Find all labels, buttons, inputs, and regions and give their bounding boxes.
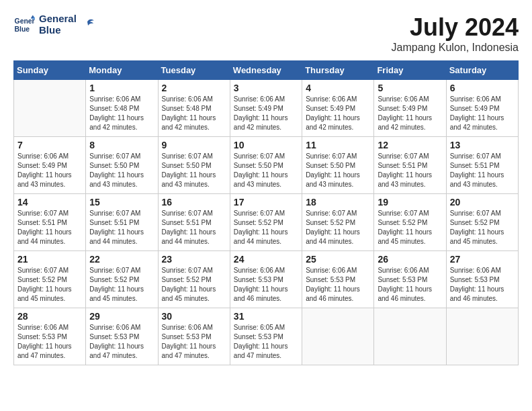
sunrise-text: Sunrise: 6:06 AM (89, 95, 140, 103)
calendar-cell: 18Sunrise: 6:07 AMSunset: 5:52 PMDayligh… (302, 194, 374, 251)
sunset-text: Sunset: 5:53 PM (17, 333, 67, 340)
day-number: 1 (89, 83, 154, 93)
sunrise-text: Sunrise: 6:07 AM (450, 210, 501, 217)
calendar-cell: 21Sunrise: 6:07 AMSunset: 5:52 PMDayligh… (14, 251, 86, 308)
sunset-text: Sunset: 5:51 PM (450, 162, 500, 169)
sunset-text: Sunset: 5:52 PM (450, 219, 500, 226)
daylight-minutes: and 44 minutes. (234, 238, 281, 245)
cell-sun-info: Sunrise: 6:06 AMSunset: 5:53 PMDaylight:… (162, 323, 226, 361)
day-number: 20 (450, 197, 515, 208)
calendar-cell: 5Sunrise: 6:06 AMSunset: 5:49 PMDaylight… (374, 80, 446, 137)
weekday-header-thursday: Thursday (302, 61, 374, 80)
cell-sun-info: Sunrise: 6:06 AMSunset: 5:49 PMDaylight:… (378, 95, 442, 132)
sunset-text: Sunset: 5:52 PM (17, 276, 67, 283)
sunrise-text: Sunrise: 6:07 AM (17, 267, 69, 274)
calendar-cell: 19Sunrise: 6:07 AMSunset: 5:52 PMDayligh… (374, 194, 446, 251)
cell-sun-info: Sunrise: 6:07 AMSunset: 5:50 PMDaylight:… (234, 152, 298, 189)
day-number: 17 (234, 197, 298, 208)
month-year-title: July 2024 (392, 13, 519, 42)
calendar-cell: 2Sunrise: 6:06 AMSunset: 5:48 PMDaylight… (158, 80, 230, 137)
day-number: 12 (378, 140, 442, 150)
daylight-minutes: and 44 minutes. (89, 238, 137, 245)
logo: General Blue General Blue (13, 13, 95, 36)
sunset-text: Sunset: 5:53 PM (89, 333, 139, 340)
day-number: 4 (306, 83, 370, 93)
daylight-minutes: and 42 minutes. (378, 124, 425, 131)
daylight-text: Daylight: 11 hours (450, 285, 504, 293)
day-number: 22 (89, 254, 154, 265)
daylight-text: Daylight: 11 hours (450, 228, 504, 236)
sunset-text: Sunset: 5:52 PM (306, 219, 355, 226)
logo-text-line1: General (39, 13, 77, 25)
cell-sun-info: Sunrise: 6:07 AMSunset: 5:51 PMDaylight:… (17, 209, 82, 246)
daylight-minutes: and 42 minutes. (450, 124, 498, 131)
calendar-cell: 12Sunrise: 6:07 AMSunset: 5:51 PMDayligh… (374, 137, 446, 194)
cell-sun-info: Sunrise: 6:07 AMSunset: 5:52 PMDaylight:… (162, 266, 226, 304)
daylight-text: Daylight: 11 hours (306, 285, 360, 293)
day-number: 11 (306, 140, 370, 150)
cell-sun-info: Sunrise: 6:07 AMSunset: 5:51 PMDaylight:… (450, 152, 515, 189)
daylight-minutes: and 43 minutes. (89, 181, 137, 188)
weekday-header-monday: Monday (86, 61, 158, 80)
title-area: July 2024 Jampang Kulon, Indonesia (392, 13, 519, 54)
sunset-text: Sunset: 5:48 PM (89, 105, 139, 112)
cell-sun-info: Sunrise: 6:06 AMSunset: 5:53 PMDaylight:… (306, 266, 370, 304)
daylight-text: Daylight: 11 hours (234, 171, 288, 179)
weekday-header-sunday: Sunday (14, 61, 86, 80)
calendar-cell: 1Sunrise: 6:06 AMSunset: 5:48 PMDaylight… (86, 80, 158, 137)
sunrise-text: Sunrise: 6:07 AM (378, 152, 429, 160)
sunrise-text: Sunrise: 6:06 AM (306, 95, 357, 103)
cell-sun-info: Sunrise: 6:07 AMSunset: 5:51 PMDaylight:… (378, 152, 442, 189)
sunrise-text: Sunrise: 6:07 AM (17, 210, 69, 217)
svg-text:Blue: Blue (15, 25, 30, 32)
sunrise-text: Sunrise: 6:06 AM (89, 324, 140, 331)
sunrise-text: Sunrise: 6:06 AM (162, 95, 213, 103)
daylight-minutes: and 46 minutes. (306, 295, 353, 302)
sunset-text: Sunset: 5:53 PM (450, 276, 500, 283)
daylight-text: Daylight: 11 hours (162, 342, 216, 350)
daylight-minutes: and 43 minutes. (378, 181, 425, 188)
cell-sun-info: Sunrise: 6:06 AMSunset: 5:49 PMDaylight:… (234, 95, 298, 132)
daylight-text: Daylight: 11 hours (162, 285, 216, 293)
calendar-cell: 10Sunrise: 6:07 AMSunset: 5:50 PMDayligh… (230, 137, 302, 194)
daylight-text: Daylight: 11 hours (234, 114, 288, 122)
daylight-text: Daylight: 11 hours (378, 171, 432, 179)
daylight-text: Daylight: 11 hours (450, 114, 504, 122)
day-number: 18 (306, 197, 370, 208)
sunset-text: Sunset: 5:53 PM (162, 333, 212, 340)
daylight-minutes: and 45 minutes. (162, 295, 210, 302)
daylight-minutes: and 47 minutes. (89, 352, 137, 359)
daylight-text: Daylight: 11 hours (306, 114, 360, 122)
day-number: 3 (234, 83, 298, 93)
daylight-minutes: and 43 minutes. (450, 181, 498, 188)
calendar-cell: 3Sunrise: 6:06 AMSunset: 5:49 PMDaylight… (230, 80, 302, 137)
day-number: 25 (306, 254, 370, 265)
sunset-text: Sunset: 5:49 PM (306, 105, 355, 112)
day-number: 19 (378, 197, 442, 208)
sunrise-text: Sunrise: 6:07 AM (378, 210, 429, 217)
calendar-cell (446, 308, 518, 365)
sunrise-text: Sunrise: 6:07 AM (306, 152, 357, 160)
calendar-cell: 24Sunrise: 6:06 AMSunset: 5:53 PMDayligh… (230, 251, 302, 308)
daylight-text: Daylight: 11 hours (17, 228, 72, 236)
daylight-minutes: and 44 minutes. (306, 238, 353, 245)
daylight-text: Daylight: 11 hours (89, 114, 144, 122)
sunrise-text: Sunrise: 6:06 AM (17, 324, 69, 331)
calendar-cell: 25Sunrise: 6:06 AMSunset: 5:53 PMDayligh… (302, 251, 374, 308)
calendar-cell: 30Sunrise: 6:06 AMSunset: 5:53 PMDayligh… (158, 308, 230, 365)
sunrise-text: Sunrise: 6:06 AM (306, 267, 357, 274)
sunrise-text: Sunrise: 6:07 AM (306, 210, 357, 217)
daylight-minutes: and 44 minutes. (162, 238, 210, 245)
daylight-minutes: and 43 minutes. (162, 181, 210, 188)
daylight-minutes: and 42 minutes. (89, 124, 137, 131)
daylight-text: Daylight: 11 hours (17, 285, 72, 293)
cell-sun-info: Sunrise: 6:07 AMSunset: 5:52 PMDaylight:… (378, 209, 442, 246)
calendar-cell: 9Sunrise: 6:07 AMSunset: 5:50 PMDaylight… (158, 137, 230, 194)
day-number: 31 (234, 311, 298, 322)
calendar-cell (302, 308, 374, 365)
weekday-header-wednesday: Wednesday (230, 61, 302, 80)
day-number: 30 (162, 311, 226, 322)
sunset-text: Sunset: 5:51 PM (378, 162, 427, 169)
sunset-text: Sunset: 5:52 PM (234, 219, 283, 226)
logo-icon: General Blue (13, 14, 35, 36)
